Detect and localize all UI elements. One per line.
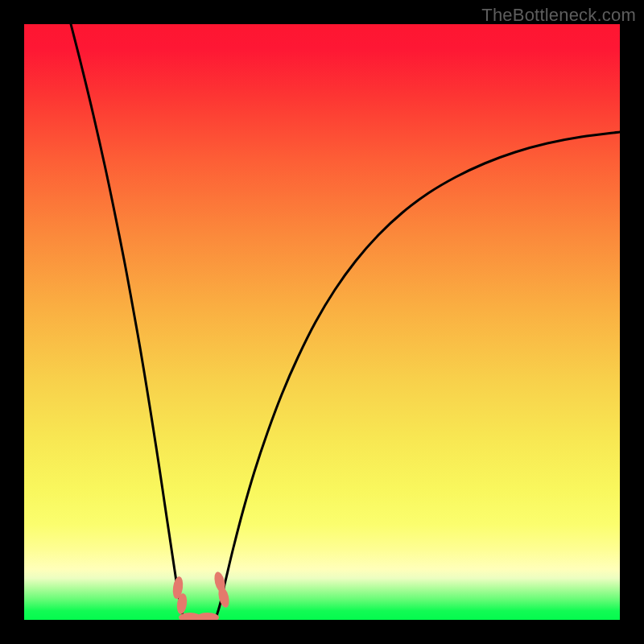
marker-5: [196, 613, 219, 620]
marker-group: [171, 571, 231, 620]
plot-area: [24, 24, 620, 620]
series-group: [71, 24, 620, 619]
curve-layer: [24, 24, 620, 620]
series-right-branch: [216, 132, 620, 618]
attribution-text: TheBottleneck.com: [481, 5, 636, 26]
chart-frame: TheBottleneck.com: [0, 0, 644, 644]
series-left-branch: [71, 24, 184, 618]
